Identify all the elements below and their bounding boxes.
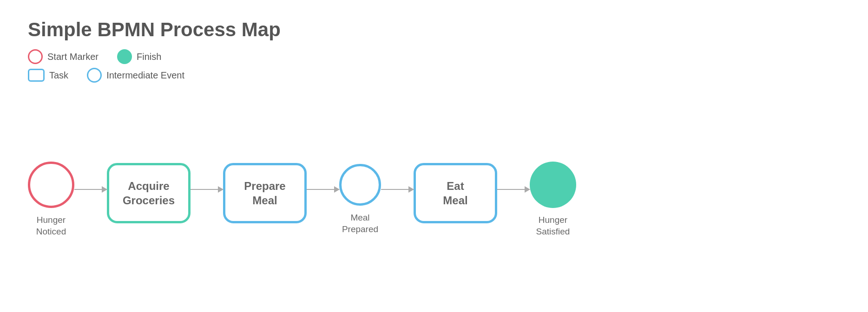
- node-prepare-meal: PrepareMeal: [223, 163, 307, 236]
- arrow-4: [381, 189, 414, 210]
- legend-row-1: Start Marker Finish: [28, 49, 840, 64]
- legend-item-intermediate: Intermediate Event: [87, 68, 184, 83]
- arrow-line-1: [74, 189, 107, 190]
- legend: Start Marker Finish Task Intermediate Ev…: [28, 49, 840, 83]
- intermediate-event-circle: [339, 164, 381, 206]
- legend-item-start-marker: Start Marker: [28, 49, 99, 64]
- legend-start-marker-label: Start Marker: [47, 52, 99, 62]
- legend-intermediate-label: Intermediate Event: [106, 70, 184, 81]
- finish-event-circle: [530, 162, 576, 208]
- legend-finish-label: Finish: [137, 52, 161, 62]
- arrow-5: [497, 189, 530, 210]
- arrow-2: [191, 189, 223, 210]
- task-eat-meal-box: EatMeal: [414, 163, 497, 223]
- page-title: Simple BPMN Process Map: [28, 19, 840, 41]
- arrow-1: [74, 189, 107, 210]
- arrow-line-3: [307, 189, 339, 190]
- intermediate-icon: [87, 68, 102, 83]
- arrow-line-2: [191, 189, 223, 190]
- finish-icon: [117, 49, 132, 64]
- node-hunger-satisfied-label: HungerSatisfied: [536, 214, 570, 237]
- node-meal-prepared-label: MealPrepared: [342, 212, 378, 235]
- task-icon: [28, 69, 45, 82]
- start-marker-icon: [28, 49, 43, 64]
- arrow-line-5: [497, 189, 530, 190]
- legend-item-finish: Finish: [117, 49, 161, 64]
- node-hunger-noticed: HungerNoticed: [28, 162, 74, 237]
- arrow-3: [307, 189, 339, 210]
- process-flow: HungerNoticed AcquireGroceries PrepareMe…: [28, 106, 840, 293]
- task-prepare-meal-box: PrepareMeal: [223, 163, 307, 223]
- node-hunger-noticed-label: HungerNoticed: [36, 214, 66, 237]
- node-acquire-groceries: AcquireGroceries: [107, 163, 191, 236]
- node-hunger-satisfied: HungerSatisfied: [530, 162, 576, 237]
- node-meal-prepared: MealPrepared: [339, 164, 381, 235]
- task-acquire-groceries-box: AcquireGroceries: [107, 163, 191, 223]
- legend-item-task: Task: [28, 69, 68, 82]
- legend-task-label: Task: [49, 70, 68, 81]
- node-eat-meal: EatMeal: [414, 163, 497, 236]
- arrow-line-4: [381, 189, 414, 190]
- start-event-circle: [28, 162, 74, 208]
- legend-row-2: Task Intermediate Event: [28, 68, 840, 83]
